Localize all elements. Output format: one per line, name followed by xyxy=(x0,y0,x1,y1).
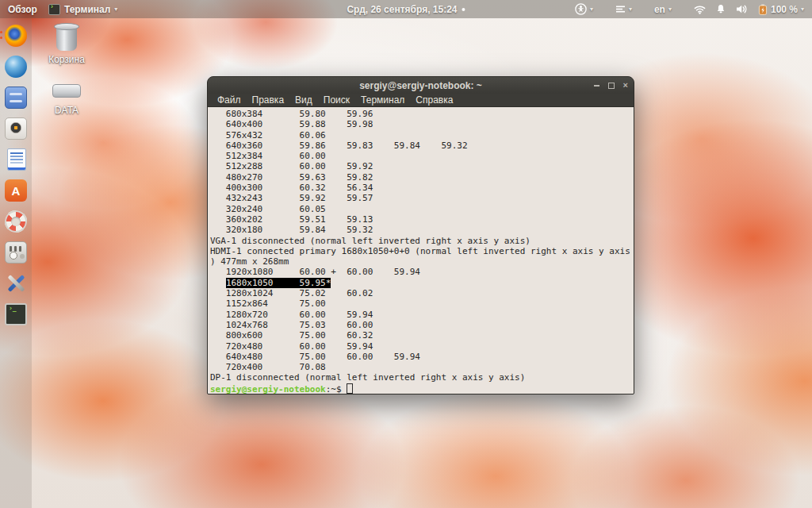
rhythmbox-icon xyxy=(5,117,27,140)
list-indicator-icon xyxy=(615,5,626,13)
terminal-line: 720x480 60.00 59.94 xyxy=(210,341,634,352)
drive-icon xyxy=(52,84,81,98)
accessibility-menu-button[interactable]: ▾ xyxy=(575,3,593,15)
dock-item-help[interactable] xyxy=(3,210,29,233)
window-controls: × xyxy=(594,77,628,94)
close-button[interactable]: × xyxy=(623,81,628,90)
dock-item-terminal[interactable] xyxy=(3,302,29,326)
trash-icon xyxy=(56,27,77,51)
terminal-titlebar[interactable]: sergiy@sergiy-notebook: ~ × xyxy=(208,77,634,94)
desktop-icon-trash[interactable]: Корзина xyxy=(41,22,92,65)
desktop-icon-data-drive[interactable]: DATA xyxy=(41,76,92,116)
terminal-icon xyxy=(5,303,27,325)
terminal-line: DP-1 disconnected (normal left inverted … xyxy=(210,372,634,383)
menubar-item-4[interactable]: Терминал xyxy=(355,94,410,106)
accessibility-icon xyxy=(575,3,587,15)
chevron-down-icon: ▾ xyxy=(590,6,593,13)
terminal-menubar: ФайлПравкаВидПоискТерминалСправка xyxy=(208,94,634,107)
terminal-line: 432x243 59.92 59.57 xyxy=(210,193,634,203)
terminal-line: 1280x1024 75.02 60.02 xyxy=(210,288,634,298)
system-menu-button[interactable]: 100 % ▾ xyxy=(694,4,804,15)
terminal-line: 720x400 70.08 xyxy=(210,362,634,372)
terminal-line: 680x384 59.80 59.96 xyxy=(210,109,634,119)
clock-label: Срд, 26 сентября, 15:24 xyxy=(347,4,457,15)
battery-percent-label: 100 % xyxy=(771,4,798,15)
thunderbird-icon xyxy=(5,56,27,78)
terminal-line: HDMI-1 connected primary 1680x1050+0+0 (… xyxy=(210,246,634,256)
terminal-output[interactable]: 680x384 59.80 59.96 640x400 59.88 59.98 … xyxy=(208,107,634,394)
terminal-app-icon xyxy=(48,4,60,15)
dock xyxy=(0,18,32,508)
terminal-line: 512x384 60.00 xyxy=(210,151,634,161)
software-center-icon xyxy=(5,179,27,202)
activities-button[interactable]: Обзор xyxy=(8,4,37,15)
terminal-line: 320x180 59.84 59.32 xyxy=(210,225,634,235)
dock-item-firefox[interactable] xyxy=(3,24,29,48)
menubar-item-2[interactable]: Вид xyxy=(289,94,318,106)
terminal-line: 1680x1050 59.95* xyxy=(210,278,634,288)
dock-item-rhythmbox[interactable] xyxy=(3,117,29,140)
menubar-item-0[interactable]: Файл xyxy=(212,94,247,106)
dock-item-libreoffice-writer[interactable] xyxy=(3,148,29,171)
volume-icon xyxy=(736,4,748,14)
terminal-line: 640x360 59.86 59.83 59.84 59.32 xyxy=(210,140,634,151)
battery-charging-icon xyxy=(758,4,768,15)
app-menu-button[interactable]: Терминал ▾ xyxy=(48,4,117,15)
running-indicator-dot xyxy=(0,31,2,33)
writer-icon xyxy=(7,148,26,171)
terminal-line: 1920x1080 60.00 + 60.00 59.94 xyxy=(210,267,634,277)
app-menu-label: Терминал xyxy=(64,4,110,15)
minimize-button[interactable] xyxy=(594,85,599,87)
menubar-item-5[interactable]: Справка xyxy=(410,94,458,106)
firefox-icon xyxy=(5,25,27,47)
terminal-text-green: sergiy@sergiy-notebook xyxy=(210,384,326,394)
terminal-line: 640x480 75.00 60.00 59.94 xyxy=(210,352,634,362)
terminal-line: ) 477mm x 268mm xyxy=(210,256,634,267)
keyboard-layout-button[interactable]: en ▾ xyxy=(654,4,672,15)
terminal-line: 640x400 59.88 59.98 xyxy=(210,119,634,129)
dock-item-files[interactable] xyxy=(3,86,29,110)
terminal-line: 400x300 60.32 56.34 xyxy=(210,183,634,193)
dock-item-tools[interactable] xyxy=(3,271,29,295)
top-bar: Обзор Терминал ▾ Срд, 26 сентября, 15:24… xyxy=(0,0,812,18)
menubar-item-1[interactable]: Правка xyxy=(247,94,290,106)
terminal-cursor xyxy=(347,383,353,394)
terminal-window: sergiy@sergiy-notebook: ~ × ФайлПравкаВи… xyxy=(207,76,634,394)
chevron-down-icon: ▾ xyxy=(114,6,117,13)
terminal-line: 1280x720 60.00 59.94 xyxy=(210,310,634,320)
chevron-down-icon: ▾ xyxy=(629,6,632,13)
clock-button[interactable]: Срд, 26 сентября, 15:24 xyxy=(347,0,465,18)
screen: Обзор Терминал ▾ Срд, 26 сентября, 15:24… xyxy=(0,0,812,508)
chevron-down-icon: ▾ xyxy=(668,6,672,13)
notification-dot-icon xyxy=(462,8,465,11)
terminal-line: 512x288 60.00 59.92 xyxy=(210,161,634,171)
terminal-line: VGA-1 disconnected (normal left inverted… xyxy=(210,236,634,246)
terminal-line: 360x202 59.51 59.13 xyxy=(210,214,634,225)
maximize-button[interactable] xyxy=(608,83,615,89)
menubar-item-3[interactable]: Поиск xyxy=(318,94,355,106)
indicator-menu-button[interactable]: ▾ xyxy=(615,5,632,13)
tweaks-icon xyxy=(5,241,27,264)
terminal-line: 800x600 75.00 60.32 xyxy=(210,330,634,341)
dock-item-thunderbird[interactable] xyxy=(3,55,29,79)
terminal-line: 1152x864 75.00 xyxy=(210,298,634,309)
terminal-line: 320x240 60.05 xyxy=(210,204,634,214)
tools-icon xyxy=(5,272,27,294)
desktop-icons: КорзинаDATA xyxy=(41,22,92,127)
keyboard-layout-label: en xyxy=(654,4,665,15)
bell-icon xyxy=(716,4,726,14)
terminal-line: 1024x768 75.03 60.00 xyxy=(210,320,634,330)
terminal-line: sergiy@sergiy-notebook:~$ xyxy=(210,383,634,394)
help-icon xyxy=(5,210,27,233)
chevron-down-icon: ▾ xyxy=(801,6,804,13)
dock-item-tweaks[interactable] xyxy=(3,241,29,264)
dock-item-ubuntu-software[interactable] xyxy=(3,179,29,202)
terminal-line: 576x432 60.06 xyxy=(210,130,634,140)
terminal-line: 480x270 59.63 59.82 xyxy=(210,172,634,183)
wifi-icon xyxy=(694,5,706,14)
terminal-text-sel: 1680x1050 59.95* xyxy=(226,278,331,288)
window-title: sergiy@sergiy-notebook: ~ xyxy=(359,80,482,91)
running-indicator-dot xyxy=(0,37,2,39)
desktop-icon-label: Корзина xyxy=(48,54,85,65)
files-icon xyxy=(5,87,27,109)
